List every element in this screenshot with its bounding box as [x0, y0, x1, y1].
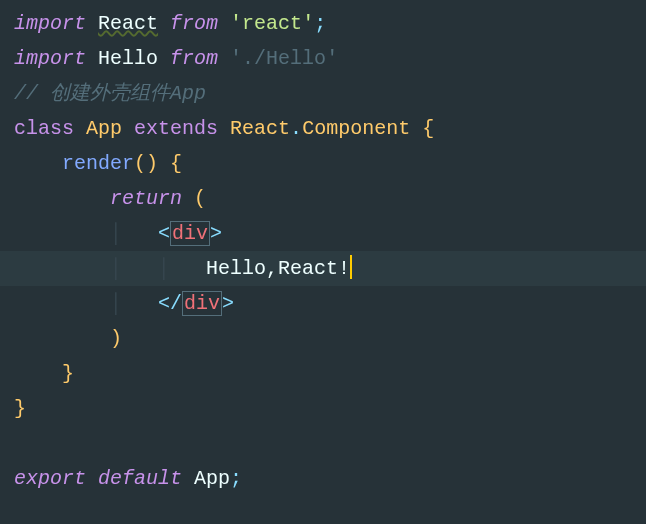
dot: .	[290, 117, 302, 140]
keyword-from: from	[170, 47, 218, 70]
brace-close: }	[62, 362, 74, 385]
code-line-empty	[14, 426, 632, 461]
code-line-active: │ │ Hello,React!	[0, 251, 646, 286]
jsx-bracket: </	[158, 292, 182, 315]
text-cursor	[350, 255, 352, 279]
string-content: react	[242, 12, 302, 35]
indent-guide: │	[110, 222, 122, 245]
indent-guide: │	[110, 292, 122, 315]
code-line: class App extends React.Component {	[14, 111, 632, 146]
identifier-react: React	[98, 12, 158, 35]
method-render: render	[62, 152, 134, 175]
string-content: ./Hello	[242, 47, 326, 70]
code-line: return (	[14, 181, 632, 216]
identifier-component: Component	[302, 117, 410, 140]
keyword-import: import	[14, 47, 86, 70]
jsx-bracket: >	[210, 222, 222, 245]
jsx-bracket: >	[222, 292, 234, 315]
indent-guide: │	[158, 257, 170, 280]
identifier-react: React	[230, 117, 290, 140]
string-quote: '	[326, 47, 338, 70]
code-line: )	[14, 321, 632, 356]
paren-close: )	[110, 327, 122, 350]
identifier-app: App	[194, 467, 230, 490]
code-line: import React from 'react';	[14, 6, 632, 41]
brace-open: {	[422, 117, 434, 140]
identifier-hello: Hello	[98, 47, 158, 70]
code-editor[interactable]: import React from 'react'; import Hello …	[14, 6, 632, 496]
comment: // 创建外壳组件App	[14, 82, 206, 105]
keyword-import: import	[14, 12, 86, 35]
keyword-class: class	[14, 117, 74, 140]
keyword-from: from	[170, 12, 218, 35]
string-quote: '	[230, 47, 242, 70]
code-line: // 创建外壳组件App	[14, 76, 632, 111]
jsx-tag-div: div	[184, 292, 220, 315]
code-line: import Hello from './Hello'	[14, 41, 632, 76]
code-line: export default App;	[14, 461, 632, 496]
code-line: render() {	[14, 146, 632, 181]
semicolon: ;	[314, 12, 326, 35]
class-name-app: App	[86, 117, 122, 140]
jsx-bracket: <	[158, 222, 170, 245]
keyword-default: default	[98, 467, 182, 490]
semicolon: ;	[230, 467, 242, 490]
jsx-text: Hello,React!	[206, 257, 350, 280]
parens: ()	[134, 152, 158, 175]
paren-open: (	[194, 187, 206, 210]
keyword-export: export	[14, 467, 86, 490]
string-quote: '	[230, 12, 242, 35]
code-line: │ </div>	[14, 286, 632, 321]
keyword-extends: extends	[134, 117, 218, 140]
code-line: }	[14, 356, 632, 391]
indent-guide: │	[110, 257, 122, 280]
brace-open: {	[170, 152, 182, 175]
jsx-tag-div: div	[172, 222, 208, 245]
code-line: │ <div>	[14, 216, 632, 251]
keyword-return: return	[110, 187, 182, 210]
brace-close: }	[14, 397, 26, 420]
code-line: }	[14, 391, 632, 426]
string-quote: '	[302, 12, 314, 35]
